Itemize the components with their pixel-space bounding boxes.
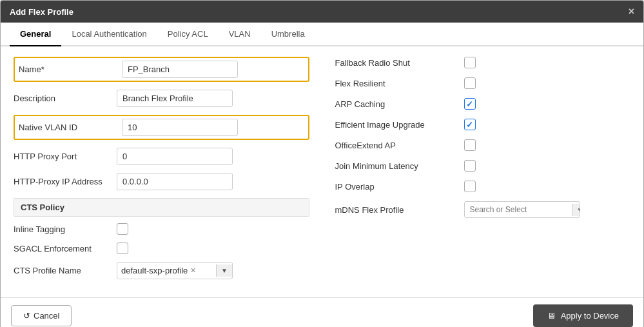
cts-profile-clear-icon[interactable]: ✕ bbox=[190, 266, 196, 275]
cts-profile-select[interactable]: default-sxp-profile ✕ ▼ bbox=[117, 262, 233, 279]
join-min-latency-row: Join Minimum Latency bbox=[335, 160, 631, 172]
cts-section-header: CTS Policy bbox=[14, 198, 309, 217]
cts-profile-row: CTS Profile Name default-sxp-profile ✕ ▼ bbox=[14, 262, 309, 279]
flex-resilient-checkbox[interactable] bbox=[464, 77, 476, 89]
dialog-footer: ↺ Cancel 🖥 Apply to Device bbox=[1, 297, 643, 327]
cts-profile-text: default-sxp-profile bbox=[121, 266, 188, 275]
tab-policy-acl[interactable]: Policy ACL bbox=[157, 23, 219, 46]
ip-overlap-row: IP Overlap bbox=[335, 181, 631, 192]
dialog-title: Add Flex Profile bbox=[10, 7, 73, 17]
description-row: Description bbox=[14, 90, 309, 107]
office-extend-label: OfficeExtend AP bbox=[335, 141, 464, 150]
arp-caching-label: ARP Caching bbox=[335, 99, 464, 109]
inline-tagging-checkbox[interactable] bbox=[117, 223, 128, 235]
name-row: Name* bbox=[14, 57, 309, 82]
efficient-image-checkmark: ✓ bbox=[466, 120, 473, 130]
fallback-radio-label: Fallback Radio Shut bbox=[335, 58, 464, 68]
inline-tagging-label: Inline Tagging bbox=[14, 224, 117, 234]
cts-profile-value: default-sxp-profile ✕ bbox=[117, 263, 216, 279]
name-input[interactable] bbox=[122, 61, 238, 78]
add-flex-profile-dialog: Add Flex Profile × General Local Authent… bbox=[0, 0, 644, 327]
arp-caching-row: ARP Caching ✓ bbox=[335, 98, 631, 110]
arp-caching-checkmark: ✓ bbox=[466, 99, 473, 109]
mdns-row: mDNS Flex Profile ▼ bbox=[335, 201, 631, 218]
tab-local-authentication[interactable]: Local Authentication bbox=[61, 23, 157, 46]
name-label: Name* bbox=[19, 64, 122, 74]
monitor-icon: 🖥 bbox=[547, 311, 556, 321]
http-proxy-ip-input[interactable] bbox=[117, 173, 233, 190]
arp-caching-checkbox[interactable]: ✓ bbox=[464, 98, 476, 110]
sgacl-checkbox[interactable] bbox=[117, 243, 128, 254]
sgacl-row: SGACL Enforcement bbox=[14, 243, 309, 254]
cts-profile-label: CTS Profile Name bbox=[14, 266, 117, 275]
cancel-label: Cancel bbox=[34, 311, 59, 321]
apply-label: Apply to Device bbox=[561, 311, 619, 321]
right-column: Fallback Radio Shut Flex Resilient ARP C… bbox=[322, 57, 631, 287]
efficient-image-checkbox[interactable]: ✓ bbox=[464, 119, 476, 130]
mdns-search-input[interactable] bbox=[465, 202, 572, 217]
flex-resilient-row: Flex Resilient bbox=[335, 77, 631, 89]
office-extend-checkbox[interactable] bbox=[464, 139, 476, 151]
join-min-latency-checkbox[interactable] bbox=[464, 160, 476, 172]
native-vlan-label: Native VLAN ID bbox=[19, 123, 122, 132]
http-proxy-port-label: HTTP Proxy Port bbox=[14, 152, 117, 161]
cancel-icon: ↺ bbox=[23, 311, 30, 321]
close-icon[interactable]: × bbox=[629, 6, 634, 17]
ip-overlap-label: IP Overlap bbox=[335, 182, 464, 192]
apply-to-device-button[interactable]: 🖥 Apply to Device bbox=[533, 304, 633, 327]
http-proxy-port-row: HTTP Proxy Port bbox=[14, 148, 309, 165]
tab-vlan[interactable]: VLAN bbox=[219, 23, 261, 46]
fallback-radio-row: Fallback Radio Shut bbox=[335, 57, 631, 68]
inline-tagging-row: Inline Tagging bbox=[14, 223, 309, 235]
http-proxy-ip-row: HTTP-Proxy IP Address bbox=[14, 173, 309, 190]
mdns-dropdown-arrow[interactable]: ▼ bbox=[572, 204, 580, 216]
mdns-label: mDNS Flex Profile bbox=[335, 205, 464, 215]
http-proxy-port-input[interactable] bbox=[117, 148, 233, 165]
fallback-radio-checkbox[interactable] bbox=[464, 57, 476, 68]
sgacl-label: SGACL Enforcement bbox=[14, 244, 117, 253]
native-vlan-input[interactable] bbox=[122, 119, 238, 136]
left-column: Name* Description Native VLAN ID HTTP Pr… bbox=[14, 57, 309, 287]
native-vlan-row: Native VLAN ID bbox=[14, 115, 309, 140]
flex-resilient-label: Flex Resilient bbox=[335, 79, 464, 88]
efficient-image-row: Efficient Image Upgrade ✓ bbox=[335, 119, 631, 130]
description-input[interactable] bbox=[117, 90, 233, 107]
join-min-latency-label: Join Minimum Latency bbox=[335, 161, 464, 171]
description-label: Description bbox=[14, 94, 117, 103]
mdns-select[interactable]: ▼ bbox=[464, 201, 580, 218]
dialog-header: Add Flex Profile × bbox=[1, 1, 643, 23]
office-extend-row: OfficeExtend AP bbox=[335, 139, 631, 151]
tab-general[interactable]: General bbox=[10, 23, 61, 46]
tab-bar: General Local Authentication Policy ACL … bbox=[1, 23, 643, 46]
efficient-image-label: Efficient Image Upgrade bbox=[335, 120, 464, 130]
cts-profile-dropdown-arrow[interactable]: ▼ bbox=[216, 264, 232, 277]
dialog-body: Name* Description Native VLAN ID HTTP Pr… bbox=[1, 46, 643, 297]
cancel-button[interactable]: ↺ Cancel bbox=[11, 305, 72, 326]
http-proxy-ip-label: HTTP-Proxy IP Address bbox=[14, 177, 117, 186]
tab-umbrella[interactable]: Umbrella bbox=[261, 23, 315, 46]
ip-overlap-checkbox[interactable] bbox=[464, 181, 476, 192]
